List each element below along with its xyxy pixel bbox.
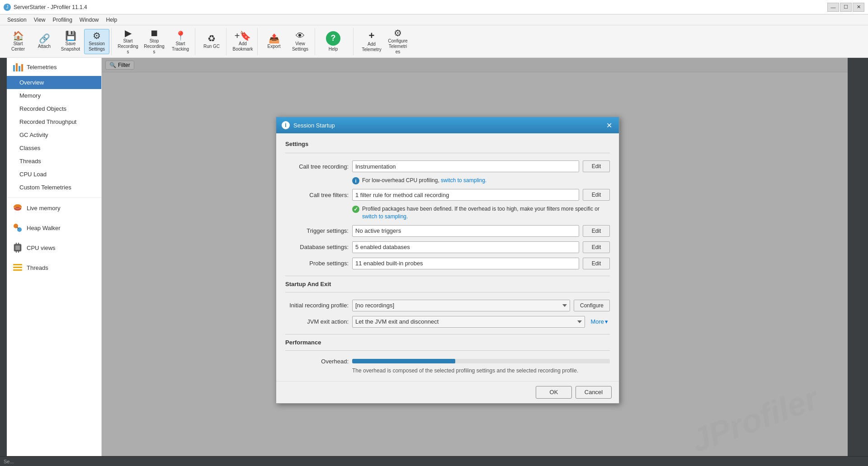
dialog-title: Session Startup	[293, 122, 601, 129]
run-gc-label: Run GC	[203, 44, 220, 49]
initial-recording-profile-label: Initial recording profile:	[285, 302, 349, 309]
switch-to-sampling-link-1[interactable]: switch to sampling.	[441, 177, 486, 184]
live-memory-label: Live memory	[27, 205, 60, 212]
sidebar-item-overview[interactable]: Overview	[7, 76, 101, 89]
svg-rect-16	[13, 267, 22, 268]
trigger-settings-edit-button[interactable]: Edit	[583, 225, 610, 237]
startup-exit-section-title: Startup And Exit	[285, 281, 610, 287]
sidebar-item-threads[interactable]: Threads	[7, 155, 101, 168]
call-tree-filters-edit-button[interactable]: Edit	[583, 189, 610, 201]
dialog-title-icon: i	[282, 121, 290, 129]
svg-rect-15	[13, 264, 22, 265]
performance-section: Performance Overhead: The overhead is co…	[285, 339, 610, 374]
app-icon: J	[4, 4, 11, 11]
configure-telemetries-button[interactable]: ⚙ ConfigureTelemetries	[385, 29, 410, 54]
session-settings-label: SessionSettings	[89, 41, 105, 52]
svg-rect-17	[13, 269, 22, 271]
toolbar-recording-group: ▶ StartRecordings ⏹ StopRecordings 📍 Sta…	[113, 28, 195, 55]
call-tree-recording-input[interactable]	[352, 160, 579, 172]
jvm-exit-action-row: JVM exit action: Let the JVM exit and di…	[285, 316, 610, 328]
probe-settings-edit-button[interactable]: Edit	[583, 258, 610, 269]
sidebar-cpu-views-header[interactable]: CPU views	[7, 238, 101, 258]
session-settings-button[interactable]: ⚙ SessionSettings	[84, 29, 109, 54]
export-button[interactable]: 📤 Export	[261, 29, 287, 54]
initial-recording-profile-select[interactable]: [no recordings]	[352, 300, 570, 311]
sidebar-heap-walker-header[interactable]: Heap Walker	[7, 218, 101, 238]
ok-button[interactable]: OK	[536, 386, 572, 399]
session-startup-dialog: i Session Startup ✕ Settings Call tree r…	[276, 117, 619, 404]
sidebar-telemetries-header: Telemetries	[7, 58, 101, 76]
maximize-button[interactable]: ☐	[840, 3, 852, 12]
add-bookmark-icon: +🔖	[235, 31, 251, 40]
call-tree-filters-info: ✓ Profiled packages have been defined. I…	[352, 205, 610, 221]
call-tree-info-text: For low-overhead CPU profiling, switch t…	[362, 177, 486, 184]
more-button[interactable]: More ▾	[589, 318, 610, 325]
start-tracking-button[interactable]: 📍 StartTracking	[168, 29, 193, 54]
view-settings-label: ViewSettings	[292, 41, 308, 52]
overhead-row: Overhead:	[285, 358, 610, 365]
probe-settings-row: Probe settings: Edit	[285, 258, 610, 269]
sidebar-item-gc-activity[interactable]: GC Activity	[7, 128, 101, 141]
menu-profiling[interactable]: Profiling	[49, 16, 76, 24]
probe-settings-label: Probe settings:	[285, 260, 349, 267]
view-settings-button[interactable]: 👁 ViewSettings	[288, 29, 313, 54]
view-settings-icon: 👁	[296, 31, 305, 40]
database-settings-label: Database settings:	[285, 244, 349, 250]
minimize-button[interactable]: —	[827, 3, 839, 12]
toolbar-session-group: 🏠 StartCenter 🔗 Attach 💾 SaveSnapshot ⚙ …	[4, 28, 112, 55]
probe-settings-input[interactable]	[352, 258, 579, 269]
jvm-exit-action-select[interactable]: Let the JVM exit and disconnect	[352, 316, 585, 328]
menu-window[interactable]: Window	[76, 16, 103, 24]
configure-button[interactable]: Configure	[574, 300, 610, 311]
app-window: J ServerStarter - JProfiler 11.1.4 — ☐ ✕…	[0, 0, 868, 466]
startup-perf-sep	[285, 334, 610, 334]
call-tree-filters-info-icon: ✓	[352, 206, 359, 213]
dialog-close-button[interactable]: ✕	[604, 121, 613, 130]
menu-view[interactable]: View	[30, 16, 49, 24]
sidebar-live-memory-header[interactable]: Live memory	[7, 198, 101, 218]
start-center-label: StartCenter	[11, 41, 25, 52]
run-gc-button[interactable]: ♻ Run GC	[199, 29, 224, 54]
close-button[interactable]: ✕	[853, 3, 864, 12]
call-tree-recording-edit-button[interactable]: Edit	[583, 160, 610, 172]
save-snapshot-button[interactable]: 💾 SaveSnapshot	[58, 29, 83, 54]
start-center-button[interactable]: 🏠 StartCenter	[5, 29, 31, 54]
sidebar-item-recorded-throughput[interactable]: Recorded Throughput	[7, 115, 101, 128]
sidebar-item-recorded-objects[interactable]: Recorded Objects	[7, 102, 101, 115]
menu-help[interactable]: Help	[103, 16, 121, 24]
trigger-settings-input[interactable]	[352, 225, 579, 237]
sidebar-item-custom-telemetries[interactable]: Custom Telemetries	[7, 181, 101, 194]
switch-to-sampling-link-2[interactable]: switch to sampling.	[362, 213, 408, 220]
status-bar: Se...	[0, 456, 868, 466]
database-settings-row: Database settings: Edit	[285, 241, 610, 253]
sidebar-item-memory-label: Memory	[19, 92, 41, 99]
sidebar-item-cpu-load[interactable]: CPU Load	[7, 168, 101, 181]
attach-button[interactable]: 🔗 Attach	[32, 29, 57, 54]
sidebar-item-memory[interactable]: Memory	[7, 89, 101, 102]
cancel-button[interactable]: Cancel	[576, 386, 612, 399]
cpu-views-label: CPU views	[27, 245, 56, 251]
add-bookmark-button[interactable]: +🔖 AddBookmark	[230, 29, 255, 54]
sidebar-item-cpu-load-label: CPU Load	[19, 171, 47, 178]
sidebar-live-section: Live memory Heap Walker	[7, 198, 101, 278]
sidebar-threads-header[interactable]: Threads	[7, 258, 101, 278]
more-chevron-icon: ▾	[605, 318, 608, 325]
settings-startup-sep	[285, 276, 610, 276]
start-tracking-icon: 📍	[175, 31, 186, 40]
start-recordings-button[interactable]: ▶ StartRecordings	[115, 29, 141, 54]
add-telemetry-button[interactable]: + AddTelemetry	[359, 29, 384, 54]
database-settings-edit-button[interactable]: Edit	[583, 241, 610, 253]
stop-recordings-button[interactable]: ⏹ StopRecordings	[142, 29, 167, 54]
svg-rect-0	[13, 65, 15, 71]
svg-point-5	[14, 207, 21, 211]
help-button[interactable]: ? Help	[319, 27, 348, 56]
database-settings-input[interactable]	[352, 241, 579, 253]
overhead-bar-container	[352, 359, 610, 363]
sidebar-item-classes[interactable]: Classes	[7, 141, 101, 155]
telemetry-icon	[12, 61, 23, 72]
call-tree-filters-input[interactable]	[352, 189, 579, 201]
heap-walker-icon	[12, 222, 23, 233]
menu-session[interactable]: Session	[4, 16, 30, 24]
settings-divider	[285, 153, 610, 153]
export-icon: 📤	[269, 34, 280, 43]
